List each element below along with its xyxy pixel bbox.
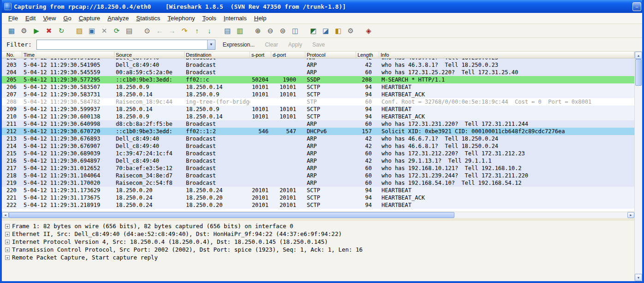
go-to-packet-icon: ↷ xyxy=(182,27,188,34)
vertical-scroll-thumb[interactable] xyxy=(635,59,642,86)
packet-row-206[interactable]: 2065-04-12 11:29:30.58350718.250.0.918.2… xyxy=(2,83,634,91)
toolbar-capture-filters-button[interactable]: ◩ xyxy=(307,25,319,36)
packet-row-212[interactable]: 2125-04-12 11:29:30.670720::c1b0:9be3:3e… xyxy=(2,128,634,135)
toolbar-print-button[interactable]: ▤ xyxy=(123,25,135,36)
toolbar-display-filters-button[interactable]: ◪ xyxy=(320,25,332,36)
horizontal-scroll-thumb[interactable] xyxy=(9,212,454,218)
packet-row-220[interactable]: 2205-04-12 11:29:31.17362918.250.0.2018.… xyxy=(2,187,634,194)
toolbar-find-packet-button[interactable]: ⊙ xyxy=(141,25,153,36)
save-button[interactable]: Save xyxy=(310,41,328,49)
toolbar-go-to-top-button[interactable]: ↑ xyxy=(191,25,203,36)
toolbar-open-file-button[interactable]: ▨ xyxy=(73,25,85,36)
toolbar-zoom-100-button[interactable]: ⊜ xyxy=(277,25,289,36)
detail-row[interactable]: +Frame 1: 82 bytes on wire (656 bits), 8… xyxy=(4,222,634,230)
filter-text-input[interactable] xyxy=(37,40,207,49)
toolbar-help-button[interactable]: ◈ xyxy=(363,25,375,36)
horizontal-scroll-track[interactable] xyxy=(9,212,627,218)
toolbar-go-back-button[interactable]: ← xyxy=(154,25,166,36)
expander-icon[interactable]: + xyxy=(5,240,10,244)
packet-row-210[interactable]: 2105-04-12 11:29:30.60013818.250.0.918.2… xyxy=(2,113,634,120)
apply-button[interactable]: Apply xyxy=(286,41,305,49)
expander-icon[interactable]: + xyxy=(5,255,10,260)
menu-go[interactable]: Go xyxy=(60,13,75,23)
expander-icon[interactable]: + xyxy=(5,248,10,252)
column-header-sport[interactable]: s-port xyxy=(250,52,271,58)
vertical-scroll-track[interactable] xyxy=(635,59,642,274)
right-arrow-icon: ► xyxy=(629,213,632,217)
expander-icon[interactable]: + xyxy=(5,224,10,229)
menu-edit[interactable]: Edit xyxy=(22,13,39,23)
scroll-down-button[interactable]: ▼ xyxy=(635,274,642,281)
detail-row[interactable]: +Internet Protocol Version 4, Src: 18.25… xyxy=(4,238,634,246)
menu-internals[interactable]: Internals xyxy=(220,13,250,23)
column-header-destination[interactable]: Destination xyxy=(185,52,250,58)
column-header-no[interactable]: No. xyxy=(2,52,22,58)
toolbar-interface-list-button[interactable]: ▦ xyxy=(6,25,18,36)
packet-row-209[interactable]: 2095-04-12 11:29:30.59993718.250.0.1418.… xyxy=(2,106,634,113)
print-icon: ▤ xyxy=(126,27,132,34)
packet-row-217[interactable]: 2175-04-12 11:29:31.01265270:ba:ef:e3:5e… xyxy=(2,165,634,172)
packet-row-204[interactable]: 2045-04-12 11:29:30.54555900:a8:59:c5:2a… xyxy=(2,69,634,76)
cell-source: ::c1b0:9be3:3edd: xyxy=(114,128,185,135)
title-bar[interactable]: Capturing from rpcap://18.250.0.4/eth0 [… xyxy=(0,0,644,13)
packet-row-205[interactable]: 2055-04-12 11:29:30.577295::c1b0:9be3:3e… xyxy=(2,76,634,83)
toolbar-save-file-button[interactable]: ▣ xyxy=(86,25,98,36)
toolbar-stop-capture-button[interactable]: ✖ xyxy=(43,25,55,36)
horizontal-scrollbar[interactable]: ◄ ► xyxy=(2,212,634,218)
column-header-protocol[interactable]: Protocol xyxy=(305,52,356,58)
packet-row-219[interactable]: 2195-04-12 11:29:31.170020Raisecom_2c:54… xyxy=(2,179,634,187)
packet-row-218[interactable]: 2185-04-12 11:29:31.104064Raisecom_34:8e… xyxy=(2,172,634,179)
toolbar-capture-options-button[interactable]: ⚙ xyxy=(18,25,30,36)
packet-row-222[interactable]: 2225-04-12 11:29:31.21891918.250.0.2418.… xyxy=(2,201,634,209)
packet-row-211[interactable]: 2115-04-12 11:29:30.640998d8:cb:8a:2f:f5… xyxy=(2,120,634,128)
minimize-button[interactable]: – xyxy=(632,2,641,11)
packet-row-213[interactable]: 2135-04-12 11:29:30.676893Dell_c8:49:40B… xyxy=(2,135,634,142)
expander-icon[interactable]: + xyxy=(5,232,10,236)
toolbar-start-capture-button[interactable]: ▶ xyxy=(30,25,42,36)
toolbar-close-file-button[interactable]: ✕ xyxy=(98,25,110,36)
toolbar-reload-file-button[interactable]: ⟳ xyxy=(111,25,123,36)
scroll-right-button[interactable]: ► xyxy=(627,212,634,218)
packet-row-208[interactable]: 2085-04-12 11:29:30.584782Raisecom_18:9c… xyxy=(2,98,634,106)
packet-row-214[interactable]: 2145-04-12 11:29:30.676907Dell_c8:49:40B… xyxy=(2,142,634,150)
toolbar-go-to-bottom-button[interactable]: ↓ xyxy=(203,25,215,36)
toolbar-restart-capture-button[interactable]: ↻ xyxy=(55,25,67,36)
detail-row[interactable]: +Ethernet II, Src: Dell_c8:49:40 (d4:ae:… xyxy=(4,230,634,238)
toolbar-resize-columns-button[interactable]: ◫ xyxy=(289,25,301,36)
column-header-source[interactable]: Source xyxy=(114,52,185,58)
packet-row-207[interactable]: 2075-04-12 11:29:30.58373118.250.0.1418.… xyxy=(2,91,634,98)
scroll-up-button[interactable]: ▲ xyxy=(635,52,642,59)
menu-capture[interactable]: Capture xyxy=(75,13,104,23)
toolbar-zoom-in-button[interactable]: ⊕ xyxy=(252,25,264,36)
toolbar-zoom-out-button[interactable]: ⊖ xyxy=(264,25,276,36)
packet-row-216[interactable]: 2165-04-12 11:29:30.694897Dell_c8:49:40B… xyxy=(2,157,634,165)
filter-dropdown-arrow-icon[interactable]: ▼ xyxy=(207,40,215,49)
scroll-left-button[interactable]: ◄ xyxy=(2,212,9,218)
toolbar-go-forward-button[interactable]: → xyxy=(166,25,178,36)
expression-button[interactable]: Expression... xyxy=(220,41,257,49)
packet-row-215[interactable]: 2155-04-12 11:29:30.6890391c:39:47:24:1c… xyxy=(2,150,634,157)
vertical-scrollbar[interactable]: ▲ ▼ xyxy=(634,52,642,281)
clear-button[interactable]: Clear xyxy=(262,41,281,49)
column-header-time[interactable]: Time xyxy=(22,52,114,58)
detail-row[interactable]: +Transmission Control Protocol, Src Port… xyxy=(4,246,634,254)
column-header-length[interactable]: Length xyxy=(356,52,379,58)
toolbar-auto-scroll-button[interactable]: ▥ xyxy=(234,25,246,36)
menu-view[interactable]: View xyxy=(39,13,60,23)
packet-row-221[interactable]: 2215-04-12 11:29:31.17367518.250.0.2418.… xyxy=(2,194,634,201)
detail-row[interactable]: +Remote Packet Capture, Start capture re… xyxy=(4,254,634,261)
menu-tools[interactable]: Tools xyxy=(199,13,220,23)
menu-file[interactable]: File xyxy=(5,13,22,23)
menu-analyze[interactable]: Analyze xyxy=(104,13,132,23)
menu-statistics[interactable]: Statistics xyxy=(132,13,164,23)
toolbar-preferences-button[interactable]: ⚙ xyxy=(345,25,357,36)
column-header-dport[interactable]: d-port xyxy=(271,52,305,58)
filter-combobox[interactable]: ▼ xyxy=(36,40,215,50)
toolbar-colorize-list-button[interactable]: ▤ xyxy=(221,25,233,36)
column-header-info[interactable]: Info xyxy=(379,52,634,58)
menu-telephony[interactable]: Telephony xyxy=(164,13,198,23)
toolbar-go-to-packet-button[interactable]: ↷ xyxy=(179,25,191,36)
toolbar-coloring-rules-button[interactable]: ◧ xyxy=(332,25,344,36)
menu-help[interactable]: Help xyxy=(250,13,270,23)
packet-row-203[interactable]: 2035-04-12 11:29:30.541905Dell_c8:49:40B… xyxy=(2,61,634,69)
